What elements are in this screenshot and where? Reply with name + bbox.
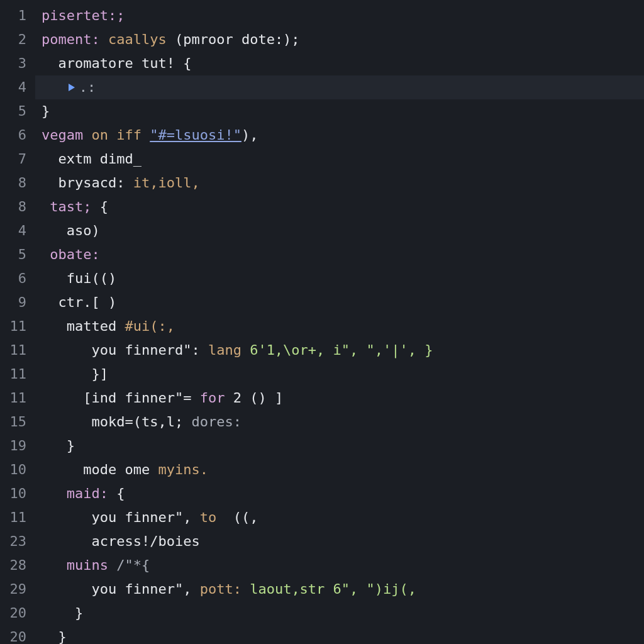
line-number: 23 [0, 530, 35, 553]
code-line[interactable]: tast; { [35, 195, 644, 219]
token-function: lang [208, 342, 242, 358]
code-line[interactable]: ctr.[ ) [35, 291, 644, 314]
code-line[interactable]: you finnerd": lang 6'1,\or+, i", ",'|', … [35, 338, 644, 362]
token-function: myins. [158, 462, 208, 477]
line-number: 5 [0, 99, 35, 123]
token-ident: (pmroor dote:); [175, 31, 300, 47]
token-ident: you finner", [42, 581, 200, 597]
token-ident: extm dimd_ [42, 151, 142, 167]
line-number: 28 [0, 553, 35, 577]
token-function: on iff [91, 127, 141, 143]
token-punct: ), [242, 127, 258, 143]
token-string: 6'1,\or+, i", ",'|', } [242, 342, 433, 358]
token-ident: matted [42, 318, 125, 334]
token-function: to [200, 509, 217, 525]
line-number: 2 [0, 28, 35, 52]
token-keyword: maid: [42, 486, 108, 501]
line-number: 29 [0, 577, 35, 601]
token-ident: } [42, 438, 75, 453]
token-ident: brysacd: [42, 175, 133, 191]
line-number: 15 [0, 410, 35, 434]
token-function: pott: [200, 581, 242, 597]
code-line-active[interactable]: .: [35, 75, 644, 99]
code-line[interactable]: } [35, 625, 644, 644]
line-number: 10 [0, 458, 35, 482]
token-dim: /"*{ [116, 557, 150, 573]
code-line[interactable]: } [35, 434, 644, 458]
token-ident: } [42, 629, 67, 644]
token-ident: fui(() [42, 270, 116, 286]
token-ident: you finner", [42, 509, 200, 525]
token-punct: .: [79, 79, 96, 95]
code-line[interactable]: aromatore tut! { [35, 52, 644, 75]
token-ident: mode ome [42, 462, 158, 477]
token-ident: you finnerd": [42, 342, 208, 358]
token-punct: { [108, 486, 125, 501]
line-number: 4 [0, 219, 35, 243]
token-ident: mokd=(ts,l; [42, 414, 191, 430]
code-line[interactable]: brysacd: it,ioll, [35, 171, 644, 195]
token-dim: dores: [191, 414, 241, 430]
line-number: 1 [0, 4, 35, 28]
code-line[interactable]: extm dimd_ [35, 147, 644, 171]
token-ident: ctr.[ ) [42, 294, 116, 310]
line-number: 9 [0, 291, 35, 314]
code-line[interactable]: matted #ui(:, [35, 314, 644, 338]
token-ident: [ind finner"= [42, 390, 200, 406]
token-ident: aso) [42, 223, 100, 238]
token-keyword: obate: [50, 247, 99, 262]
token-punct: { [91, 199, 108, 214]
token-function: #ui(:, [125, 318, 174, 334]
code-line[interactable]: } [35, 601, 644, 625]
code-line[interactable]: }] [35, 362, 644, 386]
code-line[interactable]: poment: caallys (pmroor dote:); [35, 28, 644, 52]
code-line[interactable]: } [35, 99, 644, 123]
token-keyword: muins [42, 557, 116, 573]
code-line[interactable]: you finner", to ((, [35, 506, 644, 530]
line-number: 6 [0, 267, 35, 291]
line-number: 11 [0, 506, 35, 530]
token-keyword: pisertet:; [42, 8, 125, 23]
token-ident: acress!/boies [42, 533, 200, 549]
code-line[interactable]: mokd=(ts,l; dores: [35, 410, 644, 434]
line-number: 6 [0, 123, 35, 147]
token-ident: } [42, 605, 83, 621]
line-number: 11 [0, 338, 35, 362]
line-number: 5 [0, 243, 35, 267]
token-ident: ((, [216, 509, 258, 525]
play-icon[interactable] [67, 82, 77, 92]
line-number: 4 [0, 75, 35, 99]
line-number: 11 [0, 386, 35, 410]
code-line[interactable]: acress!/boies [35, 530, 644, 553]
line-number: 7 [0, 147, 35, 171]
token-function: caallys [108, 31, 167, 47]
code-area[interactable]: pisertet:; poment: caallys (pmroor dote:… [35, 0, 644, 644]
token-link[interactable]: "#=lsuosi!" [150, 127, 242, 143]
line-number: 11 [0, 362, 35, 386]
code-line[interactable]: fui(() [35, 267, 644, 291]
code-editor[interactable]: 1 2 3 4 5 6 7 8 8 4 5 6 9 11 11 11 11 15… [0, 0, 644, 644]
line-number: 19 [0, 434, 35, 458]
line-number: 8 [0, 195, 35, 219]
code-line[interactable]: [ind finner"= for 2 () ] [35, 386, 644, 410]
token-keyword: tast; [50, 199, 91, 214]
line-number: 8 [0, 171, 35, 195]
code-line[interactable]: vegam on iff "#=lsuosi!"), [35, 123, 644, 147]
code-line[interactable]: you finner", pott: laout,str 6", ")ij(, [35, 577, 644, 601]
token-ident: } [42, 103, 50, 119]
token-function: it,ioll, [133, 175, 200, 191]
token-keyword: vegam [42, 127, 83, 143]
code-line[interactable]: aso) [35, 219, 644, 243]
line-number: 20 [0, 601, 35, 625]
token-ident: aromatore tut! { [42, 55, 191, 71]
code-line[interactable]: maid: { [35, 482, 644, 506]
line-number: 11 [0, 314, 35, 338]
code-line[interactable]: mode ome myins. [35, 458, 644, 482]
code-line[interactable]: obate: [35, 243, 644, 267]
token-ident: 2 () ] [225, 390, 283, 406]
token-ident: }] [42, 366, 108, 382]
line-number: 3 [0, 52, 35, 75]
code-line[interactable]: pisertet:; [35, 4, 644, 28]
code-line[interactable]: muins /"*{ [35, 553, 644, 577]
line-number: 20 [0, 625, 35, 644]
